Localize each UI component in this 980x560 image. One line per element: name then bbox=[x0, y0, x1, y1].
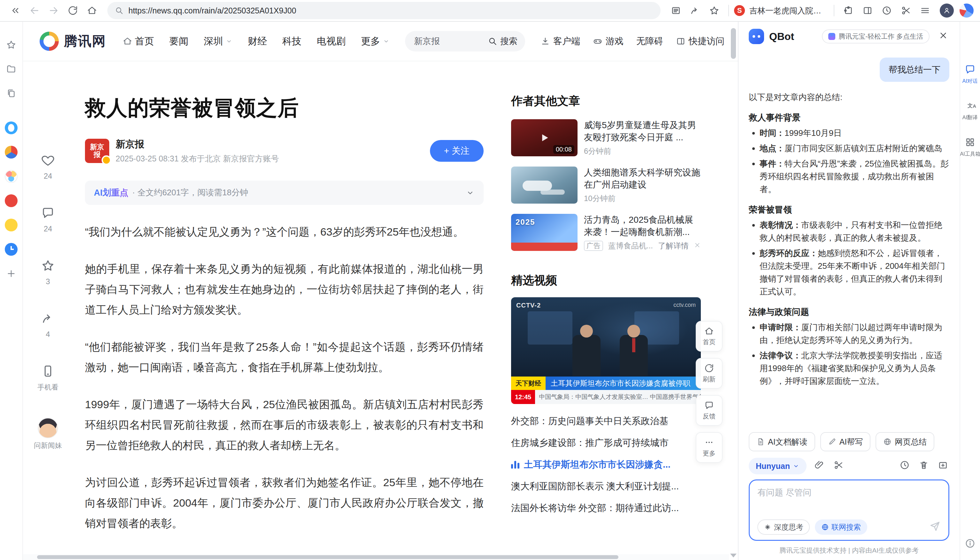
web-search-toggle[interactable]: 联网搜索 bbox=[815, 519, 867, 535]
news-search[interactable]: 新京报 搜索 bbox=[405, 31, 525, 52]
video-list-item[interactable]: 外交部：历史问题事关中日关系政治基 bbox=[511, 410, 701, 432]
nav-finance[interactable]: 财经 bbox=[248, 35, 267, 48]
account-avatar[interactable] bbox=[940, 3, 954, 18]
send-button[interactable] bbox=[929, 520, 941, 534]
scrollbar-thumb[interactable] bbox=[37, 555, 618, 559]
like-button[interactable] bbox=[41, 153, 55, 169]
video-list-item[interactable]: 住房城乡建设部：推广形成可持续城市 bbox=[511, 432, 701, 454]
menu-button[interactable] bbox=[916, 2, 934, 20]
related-ad[interactable]: 2025 活力青岛，2025食品机械展来袭！一起嗨翻食机新潮... 广告 蓝博食… bbox=[511, 214, 701, 251]
info-button[interactable] bbox=[965, 538, 975, 551]
nav-tv-drama[interactable]: 电视剧 bbox=[317, 35, 345, 48]
video-player[interactable]: CCTV-2 cctv.com 天下财经 土耳其伊斯坦布尔市市长因涉嫌贪腐被停职… bbox=[511, 297, 701, 404]
model-selector[interactable]: Hunyuan bbox=[749, 458, 807, 474]
clock-app-icon bbox=[5, 243, 18, 256]
app-shortcut-4[interactable] bbox=[2, 216, 20, 234]
qbot-input[interactable] bbox=[757, 487, 941, 519]
author-avatar[interactable]: 新京报 bbox=[85, 139, 109, 163]
new-chat-button[interactable] bbox=[937, 459, 949, 474]
home-button[interactable] bbox=[83, 2, 101, 20]
rail-ai-chat[interactable]: AI对话 bbox=[962, 64, 978, 85]
chat-history-button[interactable] bbox=[898, 459, 911, 474]
close-ad-button[interactable] bbox=[694, 241, 701, 251]
translate-icon: 文A bbox=[968, 101, 973, 111]
app-shortcut-1[interactable] bbox=[2, 143, 20, 161]
page-summary-button[interactable]: 网页总结 bbox=[875, 432, 934, 451]
clear-chat-button[interactable] bbox=[917, 459, 930, 474]
scroll-down-arrow[interactable] bbox=[730, 553, 737, 557]
back-button[interactable] bbox=[25, 2, 43, 20]
hot-search-widget[interactable]: S 吉林一老虎闯入院内咬… bbox=[734, 5, 829, 16]
screenshot-button[interactable] bbox=[897, 2, 915, 20]
client-link[interactable]: 客户端 bbox=[540, 35, 580, 47]
app-shortcut-3[interactable] bbox=[2, 192, 20, 210]
nav-home[interactable]: 首页 bbox=[123, 35, 154, 48]
speaker-silhouette bbox=[572, 335, 601, 376]
video-list-item[interactable]: 法国外长将访华 外交部：期待通过此访... bbox=[511, 497, 701, 519]
qbot-toolbar: Hunyuan bbox=[749, 458, 949, 474]
downloads-button[interactable] bbox=[2, 60, 20, 78]
extensions-button[interactable] bbox=[839, 2, 857, 20]
video-list-item-active[interactable]: 土耳其伊斯坦布尔市市长因涉嫌贪... bbox=[511, 454, 701, 476]
videos-heading: 精选视频 bbox=[511, 273, 701, 288]
mobile-view-button[interactable] bbox=[41, 364, 55, 380]
reload-button[interactable] bbox=[64, 2, 82, 20]
app-shortcut-2[interactable] bbox=[2, 167, 20, 185]
app-shortcut-5[interactable] bbox=[2, 240, 20, 258]
reader-mode-button[interactable] bbox=[667, 2, 685, 20]
ai-doc-read-button[interactable]: AI文档解读 bbox=[749, 432, 815, 451]
favorites-button[interactable] bbox=[2, 36, 20, 54]
snip-button[interactable] bbox=[832, 459, 845, 474]
url-input[interactable] bbox=[128, 6, 653, 15]
bookmark-page-button[interactable] bbox=[705, 2, 723, 20]
share-page-button[interactable] bbox=[686, 2, 704, 20]
follow-button[interactable]: + 关注 bbox=[430, 140, 483, 162]
nav-more[interactable]: 更多 bbox=[361, 35, 390, 48]
attach-file-button[interactable] bbox=[813, 459, 826, 474]
chevron-down-icon bbox=[383, 38, 390, 45]
add-app-button[interactable] bbox=[2, 265, 20, 283]
news-search-button[interactable]: 搜索 bbox=[488, 35, 517, 47]
related-article[interactable]: 00:08 威海5岁男童疑遭生母及其男友殴打致死案今日开庭 ... 6分钟前 bbox=[511, 119, 701, 156]
back-to-home-button[interactable]: 首页 bbox=[696, 321, 723, 352]
vertical-scrollbar[interactable] bbox=[731, 24, 736, 550]
quick-access-link[interactable]: 快捷访问 bbox=[676, 35, 724, 47]
qbot-input-box[interactable]: 深度思考 联网搜索 bbox=[749, 480, 949, 541]
rail-ai-toolbox[interactable]: AI工具箱 bbox=[959, 137, 980, 158]
nav-tech[interactable]: 科技 bbox=[282, 35, 302, 48]
forward-button[interactable] bbox=[45, 2, 63, 20]
tencent-logo[interactable]: 腾讯网 bbox=[40, 32, 106, 51]
sidebar-collapse-button[interactable] bbox=[7, 2, 24, 20]
news-search-input[interactable]: 新京报 bbox=[414, 35, 483, 47]
assistant-avatar[interactable] bbox=[38, 418, 58, 438]
share-button[interactable] bbox=[41, 312, 55, 327]
nav-top-news[interactable]: 要闻 bbox=[169, 35, 188, 48]
address-bar[interactable] bbox=[107, 2, 661, 19]
nav-shenzhen[interactable]: 深圳 bbox=[204, 35, 233, 48]
more-tools-button[interactable]: 更多 bbox=[696, 432, 723, 463]
history-button[interactable] bbox=[878, 2, 896, 20]
ai-summary-bar[interactable]: AI划重点 · 全文约6201字，阅读需18分钟 bbox=[85, 181, 483, 205]
video-list-item[interactable]: 澳大利亚国防部长表示 澳大利亚计划提... bbox=[511, 476, 701, 497]
horizontal-scrollbar[interactable] bbox=[23, 554, 729, 560]
qq-app-button[interactable] bbox=[2, 119, 20, 137]
yuanbao-promo-pill[interactable]: 腾讯元宝-轻松工作 多点生活 bbox=[822, 29, 930, 43]
close-qbot-button[interactable] bbox=[937, 29, 949, 44]
related-article[interactable]: 人类细胞谱系大科学研究设施在广州启动建设 10分钟前 bbox=[511, 167, 701, 203]
rail-ai-translate[interactable]: 文A AI翻译 bbox=[962, 100, 978, 122]
refresh-page-button[interactable]: 刷新 bbox=[696, 358, 723, 389]
ai-write-button[interactable]: AI帮写 bbox=[820, 432, 871, 451]
games-link[interactable]: 游戏 bbox=[593, 35, 623, 47]
ad-cta-link[interactable]: 了解详情 bbox=[658, 241, 689, 251]
author-name[interactable]: 新京报 bbox=[116, 138, 430, 151]
answer-section-heading: 救人事件背景 bbox=[749, 111, 949, 124]
comment-button[interactable] bbox=[41, 206, 55, 222]
deep-think-toggle[interactable]: 深度思考 bbox=[757, 519, 810, 535]
profile-avatar[interactable] bbox=[960, 3, 973, 18]
clipboard-button[interactable] bbox=[2, 84, 20, 102]
split-view-button[interactable] bbox=[859, 2, 877, 20]
favorite-button[interactable] bbox=[41, 259, 55, 275]
feedback-button[interactable]: 反馈 bbox=[696, 395, 723, 426]
accessibility-link[interactable]: 无障碍 bbox=[636, 35, 663, 47]
scrollbar-thumb[interactable] bbox=[731, 28, 736, 59]
